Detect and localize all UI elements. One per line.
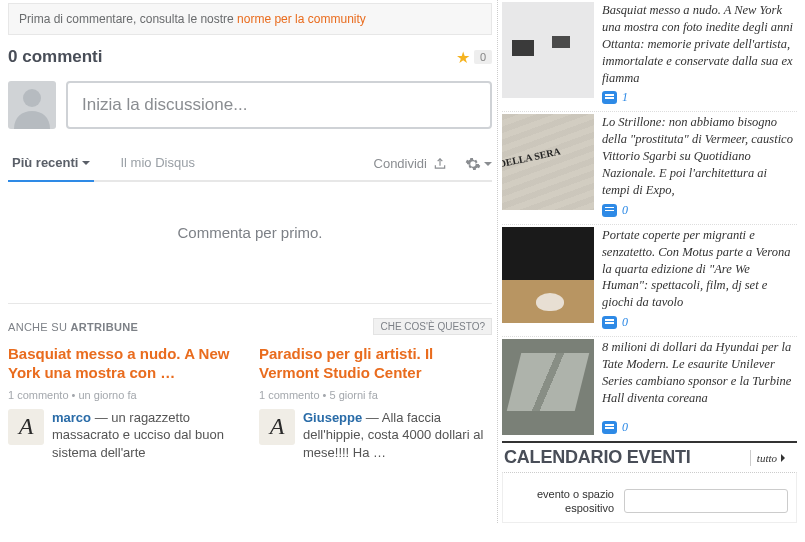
comment-bubble-icon [602, 421, 617, 434]
sidebar-article[interactable]: Lo Strillone: non abbiamo bisogno della … [502, 111, 797, 223]
tab-recent[interactable]: Più recenti [8, 147, 94, 182]
article-title: Basquiat messo a nudo. A New York una mo… [602, 2, 797, 86]
article-thumb [502, 2, 594, 98]
triangle-right-icon [781, 454, 789, 462]
empty-state: Commenta per primo. [8, 224, 492, 241]
calendar-tutto-link[interactable]: tutto [750, 450, 795, 466]
calendar-title: CALENDARIO EVENTI [504, 447, 691, 468]
article-thumb [502, 339, 594, 435]
star-count: 0 [474, 50, 492, 64]
share-icon [433, 157, 447, 171]
article-title: Lo Strillone: non abbiamo bisogno della … [602, 114, 797, 198]
sidebar-article[interactable]: Basquiat messo a nudo. A New York una mo… [502, 0, 797, 111]
calendar-search-label: evento o spazio espositivo [511, 487, 614, 516]
related-card[interactable]: Paradiso per gli artisti. Il Vermont Stu… [259, 345, 492, 461]
comment-tabs: Più recenti Il mio Disqus Condividi [8, 143, 492, 182]
comment-input[interactable]: Inizia la discussione... [66, 81, 492, 129]
community-notice: Prima di commentare, consulta le nostre … [8, 3, 492, 35]
sidebar-article[interactable]: 8 milioni di dollari da Hyundai per la T… [502, 336, 797, 441]
article-thumb [502, 114, 594, 210]
calendar-search: evento o spazio espositivo [502, 472, 797, 523]
commenter-avatar: A [8, 409, 44, 445]
what-is-this-button[interactable]: CHE COS'È QUESTO? [373, 318, 492, 335]
gear-icon [465, 156, 481, 172]
also-on-label: ANCHE SU ARTRIBUNE [8, 321, 138, 333]
notice-text: Prima di commentare, consulta le nostre [19, 12, 237, 26]
calendar-search-input[interactable] [624, 489, 788, 513]
article-thumb [502, 227, 594, 323]
article-title: Portate coperte per migranti e senzatett… [602, 227, 797, 311]
svg-point-0 [23, 89, 41, 107]
settings-button[interactable] [465, 156, 492, 172]
chevron-down-icon [484, 162, 492, 170]
community-rules-link[interactable]: norme per la community [237, 12, 366, 26]
commenter-avatar: A [259, 409, 295, 445]
comments-header: 0 commenti ★ 0 [8, 47, 492, 67]
related-title[interactable]: Paradiso per gli artisti. Il Vermont Stu… [259, 345, 492, 383]
comment-bubble-icon [602, 204, 617, 217]
related-meta: 1 commento • un giorno fa [8, 389, 241, 401]
star-icon[interactable]: ★ [456, 48, 470, 67]
comment-bubble-icon [602, 91, 617, 104]
article-title: 8 milioni di dollari da Hyundai per la T… [602, 339, 797, 407]
chevron-down-icon [82, 161, 90, 169]
calendar-header: CALENDARIO EVENTI tutto [502, 441, 797, 472]
related-title[interactable]: Basquiat messo a nudo. A New York una mo… [8, 345, 241, 383]
related-comment: Giuseppe — Alla faccia dell'hippie, cost… [303, 409, 492, 462]
related-card[interactable]: Basquiat messo a nudo. A New York una mo… [8, 345, 241, 461]
sidebar-article[interactable]: Portate coperte per migranti e senzatett… [502, 224, 797, 336]
related-meta: 1 commento • 5 giorni fa [259, 389, 492, 401]
share-button[interactable]: Condividi [374, 156, 447, 171]
user-avatar [8, 81, 56, 129]
comment-bubble-icon [602, 316, 617, 329]
related-comment: marco — un ragazzetto massacrato e uccis… [52, 409, 241, 462]
comments-count: 0 commenti [8, 47, 456, 67]
tab-my-disqus[interactable]: Il mio Disqus [116, 147, 198, 180]
